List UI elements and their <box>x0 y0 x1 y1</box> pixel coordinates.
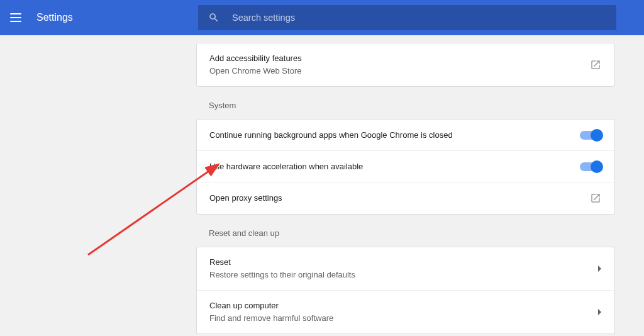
background-apps-row[interactable]: Continue running background apps when Go… <box>197 120 614 151</box>
row-title: Add accessibility features <box>209 52 590 65</box>
app-header: Settings <box>0 0 644 35</box>
chevron-right-icon <box>598 266 601 272</box>
external-link-icon <box>590 59 601 70</box>
reset-card: Reset Restore settings to their original… <box>196 247 614 334</box>
row-title: Clean up computer <box>209 300 598 312</box>
reset-row[interactable]: Reset Restore settings to their original… <box>197 247 614 291</box>
hardware-acceleration-toggle[interactable] <box>580 162 601 171</box>
row-label: Continue running background apps when Go… <box>209 129 580 142</box>
chevron-right-icon <box>598 309 601 315</box>
row-label: Use hardware acceleration when available <box>209 160 580 173</box>
cleanup-computer-row[interactable]: Clean up computer Find and remove harmfu… <box>197 291 614 333</box>
hardware-acceleration-row[interactable]: Use hardware acceleration when available <box>197 151 614 182</box>
search-bar[interactable] <box>198 5 616 30</box>
row-subtitle: Open Chrome Web Store <box>209 65 590 77</box>
open-proxy-settings-row[interactable]: Open proxy settings <box>197 182 614 214</box>
row-subtitle: Restore settings to their original defau… <box>209 269 598 281</box>
search-icon <box>208 12 219 23</box>
external-link-icon <box>590 193 601 204</box>
background-apps-toggle[interactable] <box>580 131 601 140</box>
row-title: Reset <box>209 256 598 269</box>
row-label: Open proxy settings <box>209 192 590 204</box>
row-subtitle: Find and remove harmful software <box>209 312 598 325</box>
system-card: Continue running background apps when Go… <box>196 119 614 215</box>
search-input[interactable] <box>232 13 606 23</box>
hamburger-menu-icon[interactable] <box>10 13 21 22</box>
system-section-title: System <box>196 87 614 119</box>
reset-section-title: Reset and clean up <box>196 215 614 247</box>
add-accessibility-features-row[interactable]: Add accessibility features Open Chrome W… <box>197 43 614 86</box>
accessibility-card: Add accessibility features Open Chrome W… <box>196 43 614 87</box>
page-title: Settings <box>36 12 73 23</box>
settings-content: Add accessibility features Open Chrome W… <box>0 35 644 334</box>
